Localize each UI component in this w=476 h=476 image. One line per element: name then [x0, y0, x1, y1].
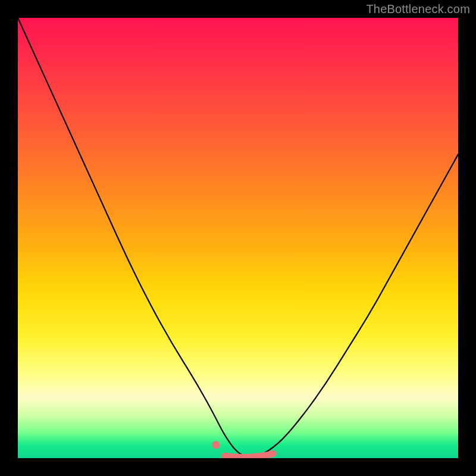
- minimum-marker: [212, 441, 274, 457]
- curve-layer: [18, 18, 458, 458]
- plot-area: [18, 18, 458, 458]
- bottleneck-curve: [18, 18, 458, 457]
- watermark-text: TheBottleneck.com: [366, 2, 470, 16]
- marker-point: [212, 441, 220, 449]
- minimum-band: [225, 453, 273, 457]
- chart-frame: TheBottleneck.com: [0, 0, 476, 476]
